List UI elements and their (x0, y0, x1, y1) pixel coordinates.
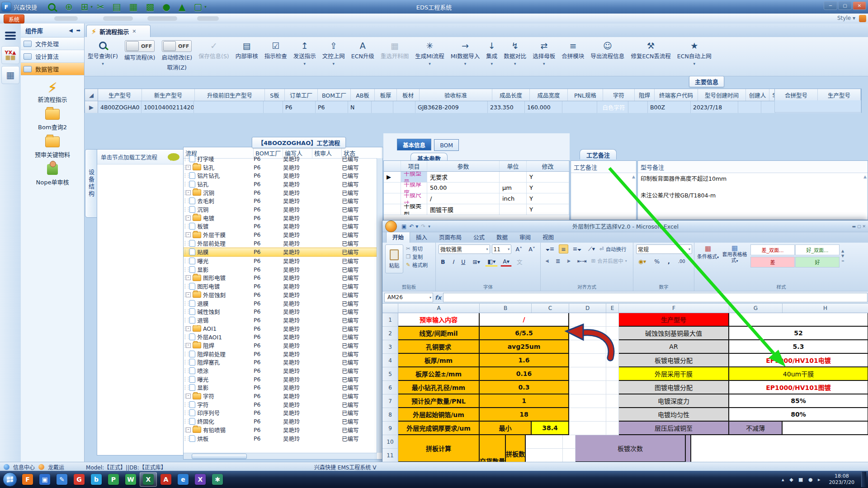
expand-icon[interactable]: – (186, 292, 191, 297)
tab-bom[interactable]: BOM (434, 139, 459, 151)
system-menu-button[interactable]: 系统 (4, 14, 24, 23)
param-row-干膜尺寸[interactable]: 干膜尺寸/inchY (384, 193, 569, 204)
tree-row-终固化[interactable]: ┆ ┆终固化P6吴艳玲已编写 (184, 417, 377, 426)
sheet-cell[interactable]: 不减薄 (729, 422, 783, 435)
tree-row-外层前处理[interactable]: ┆ ┆外层前处理P6吴艳玲已编写 (184, 239, 377, 248)
column-header-F[interactable]: F (619, 304, 729, 313)
tree-row-曝光[interactable]: ┆ ┆曝光P6吴艳玲已编写 (184, 375, 377, 384)
taskbar-icon-file-manager[interactable]: ▣ (37, 473, 53, 486)
column-header-BOM工厂[interactable]: BOM工厂 (318, 89, 351, 101)
film-icon[interactable]: ▤ (113, 1, 121, 12)
column-header-板厚[interactable]: 板厚 (375, 89, 397, 101)
table-row[interactable]: ▶4B00ZOGHA010010400211420P6P6NGJB362B-20… (85, 101, 861, 113)
param-row-干膜型号[interactable]: ▶干膜型号无要求Y (384, 172, 569, 183)
tree-row-阻焊塞孔[interactable]: ┆ ┆阻焊塞孔P6吴艳玲已编写 (184, 358, 377, 367)
align-top-icon[interactable]: 🞃≡ (543, 244, 557, 253)
number-format-combo[interactable]: 常规▾ (636, 244, 692, 254)
tree-row-烘板[interactable]: ┆ ┆烘板P6吴艳玲已编写 (184, 434, 377, 443)
align-center-icon[interactable]: ≣ (553, 256, 562, 265)
corner-button[interactable] (859, 15, 866, 22)
toolbar-button-指示检查[interactable]: ☑指示检查 (264, 40, 287, 60)
chevron-down-icon[interactable]: ▾ (293, 61, 316, 66)
ribbon-tab-开始[interactable]: 开始 (386, 231, 410, 243)
align-right-icon[interactable]: ⫸ (565, 256, 573, 265)
sheet-cell[interactable] (569, 408, 606, 422)
expand-icon[interactable]: – (186, 275, 191, 280)
sidebar-accordion-文件处理[interactable]: 文件处理 (21, 38, 84, 50)
expand-icon[interactable]: – (186, 190, 191, 195)
close-icon[interactable]: ✕ (132, 28, 136, 34)
ribbon-tab-审阅[interactable]: 审阅 (514, 231, 537, 243)
orientation-icon[interactable]: ⟋▾ (586, 244, 597, 253)
tree-row-图形电镀[interactable]: ┆ ┆图形电镀P6吴艳玲已编写 (184, 282, 377, 291)
qat-caret-icon[interactable]: ▾ (428, 224, 430, 229)
taskbar-icon-x-tool[interactable]: X (192, 473, 208, 486)
sheet-cell[interactable]: 电镀深度力 (619, 394, 729, 408)
formula-bar[interactable] (443, 293, 868, 302)
column-header-板材[interactable]: 板材 (397, 89, 420, 101)
sheet-cell[interactable]: 预计投产数量/PNL (398, 394, 480, 408)
expand-icon[interactable]: – (186, 326, 191, 331)
tree-row-外层AOI1[interactable]: ┆ ┆外层AOI1P6吴艳玲已编写 (184, 333, 377, 341)
tree-row-阻焊前处理[interactable]: ┆ ┆阻焊前处理P6吴艳玲已编写 (184, 350, 377, 358)
undo-icon[interactable]: ↶ ▾ (409, 223, 418, 230)
toolbar-button-合拼模块[interactable]: ≡合拼模块 (561, 40, 584, 60)
show-desktop-button[interactable] (861, 472, 866, 487)
sheet-cell[interactable]: 80% (729, 408, 868, 422)
maximize-button[interactable]: ▢ (838, 1, 852, 10)
taskbar-icon-wps[interactable]: W (123, 473, 139, 486)
percent-button[interactable]: % (652, 257, 662, 266)
tray-icons[interactable]: ▴ ◆ ■ ● ▸ (782, 477, 822, 483)
grow-font-button[interactable]: A˄ (513, 244, 524, 253)
column-header-验收标准[interactable]: 验收标准 (420, 89, 492, 101)
menu-item[interactable] (54, 16, 78, 21)
close-button[interactable]: ✕ (853, 1, 866, 10)
nav-left-icon[interactable]: ◀ (69, 28, 72, 33)
chevron-down-icon[interactable]: ▾ (415, 61, 444, 66)
style-gallery-cell[interactable]: 差 (750, 257, 795, 267)
column-header-创建人[interactable]: 创建人 (746, 89, 769, 101)
tree-row-AOI1[interactable]: ┆–AOI1P6吴艳玲已编写 (184, 324, 377, 333)
column-header-订单工厂[interactable]: 订单工厂 (285, 89, 318, 101)
expand-icon[interactable]: – (186, 343, 191, 348)
sheet-cell[interactable]: 板镀次数 (576, 435, 686, 462)
tree-row-沉铜[interactable]: ┆–沉铜P6吴艳玲已编写 (184, 188, 377, 197)
sheet-cell[interactable]: 38.4 (532, 422, 569, 435)
column-header-G[interactable]: G (729, 304, 783, 313)
sheet-cell[interactable] (606, 367, 619, 381)
sidebar-item-预审关键物料[interactable]: 预审关键物料 (21, 136, 84, 159)
column-header-阻焊[interactable]: 阻焊 (635, 89, 655, 101)
align-middle-icon[interactable]: ≡ (559, 244, 568, 253)
align-left-icon[interactable]: ⫷ (543, 256, 551, 265)
column-header-合拼型号[interactable]: 合拼型号 (775, 89, 818, 101)
sheet-cell[interactable]: 18 (480, 408, 569, 422)
param-row-干膜类型[interactable]: 干膜类型图镀干膜Y (384, 204, 569, 215)
chevron-down-icon[interactable]: ▾ (533, 61, 555, 66)
maximize-icon[interactable]: ▢ (857, 224, 861, 229)
sheet-cell[interactable] (606, 327, 619, 340)
fill-color-button[interactable]: ◧▾ (485, 257, 498, 267)
toolbar-button-生成MI流程[interactable]: ✳生成MI流程▾ (415, 40, 444, 66)
sheet-cell[interactable]: 40um干膜 (729, 367, 868, 381)
sheet-cell[interactable] (729, 313, 868, 327)
column-header-成品宽度[interactable]: 成品宽度 (530, 89, 568, 101)
menu-item[interactable] (197, 16, 219, 21)
calculator-button[interactable]: ▦ (1, 66, 19, 84)
sheet-cell[interactable]: 1 (480, 394, 569, 408)
tree-row-贴膜[interactable]: ┆ ┆贴膜P6吴艳玲已编写 (184, 248, 377, 257)
tree-row-碱性蚀刻[interactable]: ┆ ┆碱性蚀刻P6吴艳玲已编写 (184, 307, 377, 316)
grid-icon[interactable]: ▩ (146, 1, 155, 12)
border-button[interactable]: ⊞▾ (470, 257, 482, 266)
process-remark-pane[interactable]: 工艺备注 ▲ (571, 160, 637, 220)
expand-icon[interactable]: – (186, 165, 191, 170)
sheet-cell[interactable]: 0.16 (480, 367, 569, 381)
merge-center-button[interactable]: ⊞合并后居中▾ (591, 257, 627, 265)
sheet-cell[interactable] (569, 422, 606, 435)
user-icon[interactable]: ● (163, 1, 170, 12)
tree-row-电镀[interactable]: ┆–电镀P6吴艳玲已编写 (184, 214, 377, 222)
sheet-cell[interactable]: 孔铜要求 (398, 340, 480, 354)
column-header-B[interactable]: B (480, 304, 532, 313)
tree-row-钻孔[interactable]: ┆–钻孔P6吴艳玲已编写 (184, 163, 377, 172)
column-header-生产型号[interactable]: 生产型号 (818, 89, 861, 101)
sheet-cell[interactable]: avg25um (480, 340, 569, 354)
